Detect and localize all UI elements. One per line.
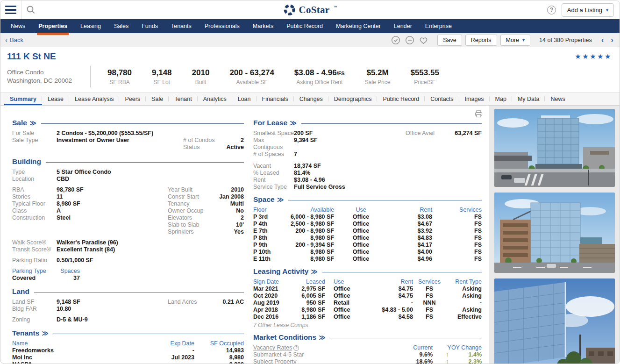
save-button[interactable]: Save: [437, 35, 462, 46]
nav-item-news[interactable]: News: [4, 19, 32, 33]
add-a-listing-label: Add a Listing: [567, 7, 602, 14]
property-count: 14 of 380 Properties: [539, 37, 592, 43]
tab-lease-analysis[interactable]: Lease Analysis: [69, 93, 119, 105]
market-conditions-heading-link[interactable]: Market Conditions: [253, 333, 316, 342]
tab-my-data[interactable]: My Data: [512, 93, 545, 105]
help-icon[interactable]: ?: [293, 345, 299, 351]
field-owner-occup: Owner OccupNo: [168, 207, 244, 214]
nav-item-markets[interactable]: Markets: [246, 19, 280, 33]
nav-item-enterprise[interactable]: Enterprise: [419, 19, 458, 33]
tab-loan[interactable]: Loan: [232, 93, 257, 105]
property-subtitle: Office Condo Washington, DC 20002: [7, 68, 86, 85]
hamburger-menu-icon[interactable]: [0, 0, 21, 19]
tenants-heading-link[interactable]: Tenants: [12, 329, 39, 337]
vacancy-rates-link[interactable]: Vacancy Rates: [253, 344, 292, 351]
double-chevron-icon[interactable]: ≫: [277, 196, 284, 203]
tab-sale[interactable]: Sale: [146, 93, 169, 105]
reports-button[interactable]: Reports: [465, 35, 497, 46]
sale-heading-link[interactable]: Sale: [12, 119, 27, 127]
nav-item-sales[interactable]: Sales: [107, 19, 135, 33]
property-photo-1[interactable]: [494, 109, 615, 187]
tab-tenant[interactable]: Tenant: [169, 93, 198, 105]
double-chevron-icon[interactable]: ≫: [29, 119, 36, 127]
stat-sale-price: $5.2MSale Price: [365, 68, 391, 86]
more-label: More: [506, 37, 519, 43]
double-chevron-icon[interactable]: ≫: [42, 329, 49, 337]
stat-asking-rent: $3.08 - 4.96/FSAsking Office Rent: [294, 68, 345, 86]
section-rule: [46, 162, 244, 163]
space-row-floor: E 7th: [253, 228, 280, 235]
field-slab-to-slab: Slab to Slab10': [168, 221, 244, 228]
market-row-name: Subject Property: [253, 358, 384, 364]
tab-financials[interactable]: Financials: [257, 93, 294, 105]
tab-changes[interactable]: Changes: [294, 93, 328, 105]
nav-item-funds[interactable]: Funds: [135, 19, 164, 33]
property-photo-2[interactable]: [494, 193, 615, 273]
detail-tabs: Summary Lease Lease Analysis Peers Sale …: [0, 92, 620, 106]
double-chevron-icon[interactable]: ≫: [290, 119, 297, 127]
double-chevron-icon[interactable]: ≫: [311, 268, 318, 275]
field-rba: RBA98,780 SF: [12, 186, 84, 193]
up-arrow-icon: ↑: [446, 351, 449, 358]
print-icon[interactable]: [475, 110, 483, 120]
space-row-floor: P 3rd: [253, 214, 280, 221]
help-icon[interactable]: ?: [547, 6, 556, 14]
next-property-chevron[interactable]: ›: [609, 36, 615, 44]
space-heading-link[interactable]: Space: [253, 195, 275, 204]
col-parking-type: Parking Type: [12, 268, 54, 275]
nav-item-public-record[interactable]: Public Record: [280, 19, 329, 33]
add-a-listing-button[interactable]: Add a Listing ▾: [562, 3, 614, 17]
tab-contacts[interactable]: Contacts: [425, 93, 459, 105]
more-button[interactable]: More ▾: [500, 35, 531, 46]
tab-news[interactable]: News: [545, 93, 570, 105]
summary-content: Sale ≫ For Sale2 Condos - $5,200,000 ($5…: [0, 106, 620, 364]
search-icon[interactable]: [21, 0, 40, 19]
for-lease-heading-link[interactable]: For Lease: [253, 119, 287, 127]
check-circle-icon[interactable]: [391, 35, 400, 45]
section-rule: [288, 200, 482, 200]
lease-row-date: Apr 2018: [253, 307, 282, 314]
stat-built: 2010Built: [192, 68, 210, 86]
tenants-section-heading: Tenants ≫: [12, 329, 244, 337]
market-conditions-section-heading: Market Conditions ≫: [253, 333, 482, 342]
field-walk-score: Walk Score®Walker's Paradise (96): [12, 239, 244, 246]
parking-row-type: Covered: [12, 275, 54, 282]
field-for-sale: For Sale2 Condos - $5,200,000 ($553.55/S…: [12, 130, 244, 137]
tab-map[interactable]: Map: [490, 93, 512, 105]
nav-item-tenants[interactable]: Tenants: [164, 19, 198, 33]
field-status: StatusActive: [183, 144, 244, 151]
tab-peers[interactable]: Peers: [119, 93, 146, 105]
land-section-heading: Land: [12, 287, 244, 296]
favorite-heart-icon[interactable]: [419, 35, 428, 45]
previous-property-chevron[interactable]: ‹: [600, 36, 606, 44]
col-name: Name: [12, 340, 143, 347]
nav-item-properties[interactable]: Properties: [32, 19, 74, 33]
costar-logo[interactable]: CoStar™: [283, 4, 337, 16]
action-bar: ‹ Back Save Reports More ▾ 14 of 380 Pro…: [0, 33, 620, 47]
tab-lease[interactable]: Lease: [42, 93, 69, 105]
property-photo-3[interactable]: [494, 278, 615, 364]
nav-item-professionals[interactable]: Professionals: [198, 19, 246, 33]
field-num-spaces: # of Spaces7: [253, 151, 482, 158]
back-label: Back: [10, 36, 23, 43]
tab-images[interactable]: Images: [459, 93, 490, 105]
right-column: For Lease ≫ Smallest Space200 SF Office …: [253, 106, 482, 364]
leasing-activity-heading-link[interactable]: Leasing Activity: [253, 267, 308, 276]
tab-summary[interactable]: Summary: [4, 93, 42, 105]
tab-public-record[interactable]: Public Record: [377, 93, 425, 105]
field-num-condos: # of Condos2: [183, 137, 244, 144]
other-lease-comps-note[interactable]: 7 Other Lease Comps: [253, 322, 482, 328]
photo-rail: [489, 106, 620, 364]
minus-circle-icon[interactable]: [405, 35, 414, 45]
double-chevron-icon[interactable]: ≫: [319, 334, 326, 341]
parking-row-spaces: 37: [54, 275, 80, 282]
nav-item-lender[interactable]: Lender: [387, 19, 419, 33]
stat-available-sf: 200 - 63,274Available SF: [229, 68, 274, 86]
nav-item-leasing[interactable]: Leasing: [74, 19, 107, 33]
nav-item-marketing-center[interactable]: Marketing Center: [329, 19, 387, 33]
divider: [90, 66, 91, 87]
stat-sf-lot: 9,148SF Lot: [152, 68, 172, 86]
tab-analytics[interactable]: Analytics: [198, 93, 232, 105]
tab-demographics[interactable]: Demographics: [328, 93, 378, 105]
back-link[interactable]: ‹ Back: [5, 36, 23, 43]
